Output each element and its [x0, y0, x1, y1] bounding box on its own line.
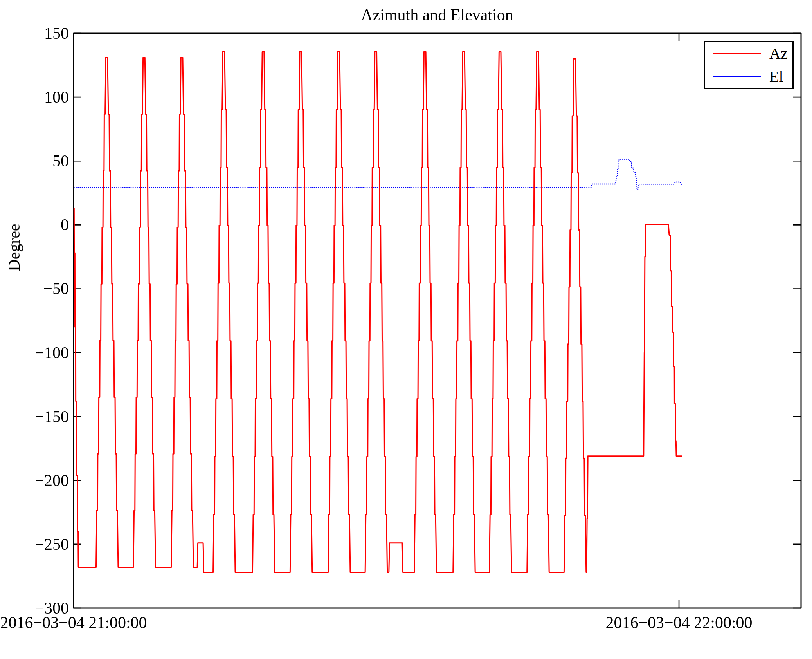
chart-title: Azimuth and Elevation: [241, 5, 633, 24]
y-tick-label: −250: [0, 535, 69, 553]
legend-label-az: Az: [769, 46, 788, 61]
y-tick-label: 100: [0, 88, 69, 106]
y-tick-label: −100: [0, 344, 69, 362]
y-tick-label: −50: [0, 280, 69, 298]
el-line-sample-icon: [713, 76, 761, 77]
y-tick-label: 50: [0, 152, 69, 170]
figure: Azimuth and Elevation Degree 150100500−5…: [0, 0, 812, 659]
x-tick-label: 2016−03−04 21:00:00: [0, 614, 195, 632]
x-tick-label: 2016−03−04 22:00:00: [558, 614, 800, 632]
y-tick-label: −200: [0, 471, 69, 489]
y-tick-label: 0: [0, 216, 69, 234]
legend-row-az: Az: [705, 42, 792, 65]
y-tick-label: −150: [0, 408, 69, 426]
az-line-sample-icon: [713, 53, 761, 54]
legend: Az El: [704, 41, 794, 89]
y-tick-label: 150: [0, 24, 69, 42]
plot-canvas: [0, 0, 812, 659]
legend-label-el: El: [769, 69, 783, 85]
legend-row-el: El: [705, 65, 792, 88]
